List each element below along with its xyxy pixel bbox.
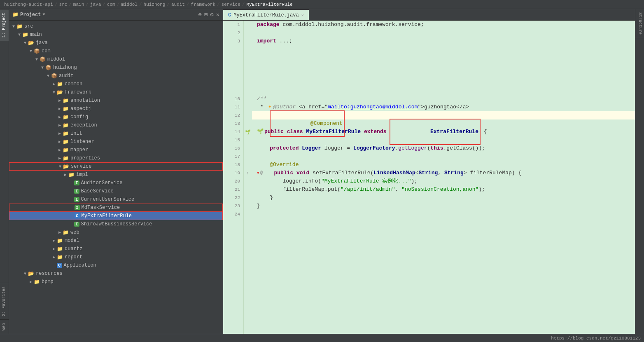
folder-icon: 📁 [68,172,75,178]
side-tab-panel: 1: Project 2: Favorites Web [0,9,9,334]
expand-arrow: ▶ [57,123,63,128]
interface-icon: I [74,180,79,185]
tree-item-main[interactable]: ▼ 📁 main [9,30,223,39]
tree-item-config[interactable]: ▶ 📁 config [9,113,223,121]
interface-icon: I [74,189,79,194]
tree-item-audit[interactable]: ▼ 📦 audit [9,72,223,80]
tree-item-init[interactable]: ▶ 📁 init [9,129,223,138]
folder-icon: 📁 [63,122,69,129]
expand-arrow: ▶ [57,148,63,152]
tree-item-shirojwt[interactable]: I ShiroJwtBussinessService [9,220,223,228]
code-line-8 [252,78,635,87]
tab-favorites[interactable]: 2: Favorites [0,283,9,319]
expand-arrow: ▶ [57,106,63,111]
package-icon: 📦 [40,56,46,63]
right-tab-panel: Structure [635,9,644,334]
code-line-17 [252,152,635,161]
tree-item-myextrafilterrule[interactable]: C MyExtraFilterRule [9,212,223,220]
folder-icon: 📁 [63,139,69,145]
project-tree: ▼ 📁 src ▼ 📁 main ▼ 📂 java ▼ 📦 com [9,21,223,334]
tree-item-impl[interactable]: ▶ 📁 impl [9,171,223,179]
tree-item-mapper[interactable]: ▶ 📁 mapper [9,146,223,154]
folder-icon: 📁 [63,114,69,120]
code-line-4 [252,45,635,54]
folder-icon: 📁 [16,23,23,30]
tree-item-listener[interactable]: ▶ 📁 listener [9,138,223,146]
folder-icon: 📂 [57,89,63,96]
collapse-icon[interactable]: ⊟ [204,11,208,18]
expand-arrow: ▶ [57,131,63,136]
tree-item-com[interactable]: ▼ 📦 com [9,47,223,55]
tree-item-src[interactable]: ▼ 📁 src [9,22,223,30]
code-line-10: /** [252,95,635,103]
close-panel-icon[interactable]: ✕ [216,11,219,18]
folder-icon: 📁 [57,81,63,87]
tree-item-model[interactable]: ▶ 📁 model [9,237,223,245]
tab-web[interactable]: Web [0,319,9,334]
tree-item-bpmp[interactable]: ▶ 📁 bpmp [9,278,223,286]
tree-item-framework[interactable]: ▼ 📂 framework [9,88,223,96]
breadcrumb-item: audit [171,2,185,7]
spring-class-icon: C [57,263,62,268]
java-file-icon: C [228,12,231,18]
package-icon: 📦 [51,73,57,79]
tree-item-report[interactable]: ▶ 📁 report [9,253,223,261]
tree-item-aspectj[interactable]: ▶ 📁 aspectj [9,105,223,113]
tree-item-resources[interactable]: ▼ 📂 resources [9,269,223,278]
editor-tabs: C MyExtraFilterRule.java ✕ [223,9,635,21]
tree-item-service[interactable]: ▼ 📂 service [9,162,223,171]
tree-item-properties[interactable]: ▶ 📁 properties [9,154,223,162]
breadcrumb-item: java [90,2,101,7]
code-line-6 [252,62,635,70]
expand-arrow: ▼ [40,66,45,70]
class-icon: C [75,213,80,218]
code-line-16: protected Logger logger = LoggerFactory … [252,144,635,152]
tree-item-application[interactable]: C Application [9,261,223,269]
tree-item-annotation[interactable]: ▶ 📁 annotation [9,96,223,105]
breadcrumb-item: main [73,2,84,7]
tree-item-web[interactable]: ▶ 📁 web [9,228,223,237]
expand-arrow: ▼ [51,90,57,95]
expand-arrow: ▼ [11,24,16,29]
folder-icon: 📁 [57,238,63,244]
tab-structure-right[interactable]: Structure [635,9,644,38]
package-icon: 📦 [34,48,40,54]
editor-area: C MyExtraFilterRule.java ✕ 1 2 3 10 11 1… [223,9,635,334]
code-line-11: * 🔸 @author <a href=" mailto:guzhongtao@… [252,103,635,111]
code-line-23: } [252,202,635,210]
project-panel: 📁 Project ▼ ⊕ ⊟ ⚙ ✕ ▼ 📁 src ▼ 📁 ma [9,9,223,334]
tree-item-java[interactable]: ▼ 📂 java [9,39,223,47]
code-line-14: 🌱 public class MyExtraFilterRule extends… [252,128,635,136]
tree-item-auditorservice[interactable]: I AuditorService [9,179,223,187]
tree-item-mdtaskservice[interactable]: I MdTaskService [9,204,223,212]
folder-icon: 📁 [63,230,69,236]
code-text[interactable]: package com.middol.huizhong.audit.framew… [252,21,635,334]
folder-icon: 📁 [63,147,69,153]
panel-header: 📁 Project ▼ ⊕ ⊟ ⚙ ✕ [9,9,223,21]
expand-arrow: ▶ [51,255,57,260]
tree-item-quartz[interactable]: ▶ 📁 quartz [9,245,223,253]
tree-item-middol[interactable]: ▼ 📦 middol [9,55,223,63]
tree-item-exception[interactable]: ▶ 📁 exception [9,121,223,129]
expand-arrow: ▶ [28,279,34,284]
interface-icon: I [74,197,79,202]
code-line-20: logger.info( "MyExtraFilterRule 实例化..." … [252,177,635,185]
folder-icon: 📂 [63,164,69,170]
locate-icon[interactable]: ⊕ [198,11,201,18]
editor-tab-myextrafilterrule[interactable]: C MyExtraFilterRule.java ✕ [223,9,309,20]
settings-icon[interactable]: ⚙ [210,11,213,18]
code-line-1: package com.middol.huizhong.audit.framew… [252,21,635,29]
expand-arrow: ▼ [16,33,22,37]
tree-item-baseservice[interactable]: I BaseService [9,187,223,195]
expand-arrow: ▶ [57,115,63,119]
tab-project[interactable]: 1: Project [0,9,9,41]
tree-item-huizhong[interactable]: ▼ 📦 huizhong [9,63,223,72]
folder-icon: 📁 [57,254,63,260]
tab-close-icon[interactable]: ✕ [301,13,304,18]
tree-item-common[interactable]: ▶ 📁 common [9,80,223,88]
expand-arrow: ▼ [22,41,28,45]
status-bar: https://blog.csdn.net/gz110881123 [0,334,644,342]
tree-item-currentuserservice[interactable]: I CurrentUserService [9,195,223,204]
folder-icon: 📁 [57,246,63,252]
code-line-9 [252,87,635,95]
